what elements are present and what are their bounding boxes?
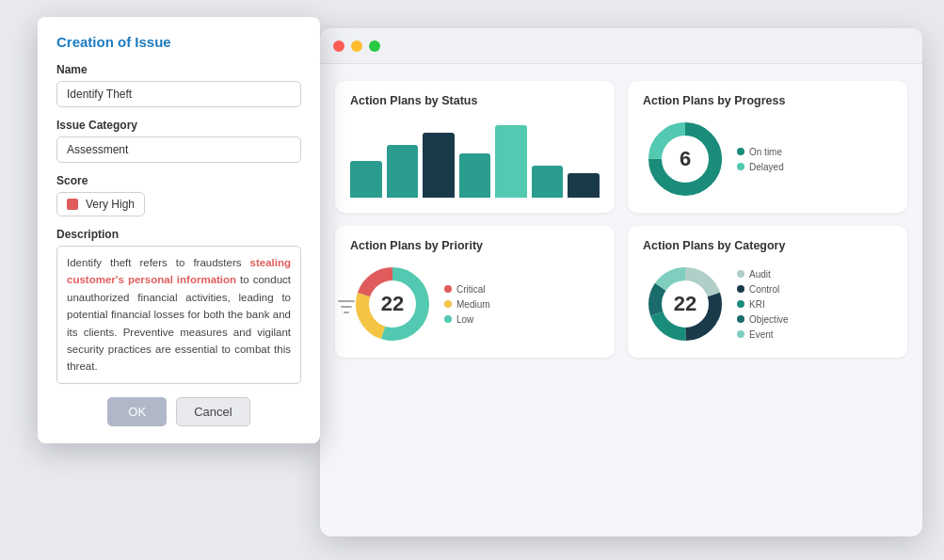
chart-action-plans-priority: Action Plans by Priority 22 <box>335 226 615 358</box>
event-dot <box>737 330 744 338</box>
category-input[interactable] <box>56 136 301 163</box>
browser-titlebar <box>320 28 922 64</box>
minimize-button-dot[interactable] <box>351 40 362 52</box>
name-input[interactable] <box>56 81 301 107</box>
chart4-title: Action Plans by Category <box>643 239 892 252</box>
priority-donut-wrap: 22 Critical Medium Low <box>350 262 600 346</box>
low-dot <box>444 315 452 323</box>
score-field: Very High <box>56 192 145 216</box>
ontime-label: On time <box>749 147 782 157</box>
audit-dot <box>737 270 744 278</box>
bar-2 <box>387 145 419 198</box>
legend-kri: KRI <box>737 299 789 310</box>
priority-legend: Critical Medium Low <box>444 284 490 325</box>
chart3-title: Action Plans by Priority <box>350 239 600 252</box>
dialog-buttons: OK Cancel <box>56 397 301 426</box>
control-label: Control <box>749 284 779 295</box>
cancel-button[interactable]: Cancel <box>176 397 249 426</box>
bar-4 <box>459 153 491 198</box>
score-label: Score <box>56 174 301 187</box>
objective-dot <box>737 315 744 323</box>
critical-dot <box>444 285 452 293</box>
priority-count: 22 <box>381 292 404 316</box>
bar-6 <box>532 166 564 198</box>
description-text-after: to conduct unauthorized financial activi… <box>67 274 291 372</box>
bar-1 <box>350 161 382 198</box>
delayed-dot <box>737 163 744 170</box>
description-label: Description <box>56 228 301 241</box>
close-button-dot[interactable] <box>333 40 344 52</box>
legend-event: Event <box>737 329 789 340</box>
delayed-label: Delayed <box>749 162 784 172</box>
category-count: 22 <box>674 292 696 316</box>
progress-legend: On time Delayed <box>737 147 784 172</box>
low-label: Low <box>456 314 473 325</box>
score-value: Very High <box>86 198 135 211</box>
progress-donut: 6 <box>643 117 728 201</box>
browser-window: Action Plans by Status Action Plans by P… <box>320 28 922 536</box>
legend-objective: Objective <box>737 314 789 325</box>
name-label: Name <box>56 63 301 76</box>
category-label: Issue Category <box>56 119 301 132</box>
progress-donut-wrap: 6 On time Delayed <box>643 117 892 201</box>
critical-label: Critical <box>456 284 486 295</box>
chart2-title: Action Plans by Progress <box>643 94 892 107</box>
legend-delayed: Delayed <box>737 162 784 172</box>
chart-action-plans-progress: Action Plans by Progress 6 On time <box>628 81 907 213</box>
browser-content: Action Plans by Status Action Plans by P… <box>320 64 922 367</box>
score-color-icon <box>67 199 78 210</box>
category-donut-wrap: 22 Audit Control KRI <box>643 262 892 346</box>
creation-dialog: Creation of Issue Name Issue Category Sc… <box>38 17 320 443</box>
control-dot <box>737 285 744 293</box>
description-box[interactable]: Identify theft refers to fraudsters stea… <box>56 246 301 384</box>
legend-medium: Medium <box>444 299 490 310</box>
filter-icon[interactable] <box>336 296 357 323</box>
legend-ontime: On time <box>737 147 784 157</box>
legend-low: Low <box>444 314 490 325</box>
event-label: Event <box>749 329 774 340</box>
legend-critical: Critical <box>444 284 490 295</box>
category-legend: Audit Control KRI Objective <box>737 269 789 340</box>
progress-count: 6 <box>680 147 691 171</box>
objective-label: Objective <box>749 314 789 325</box>
dialog-title: Creation of Issue <box>56 34 301 50</box>
medium-dot <box>444 300 452 308</box>
bar-3 <box>423 133 455 198</box>
audit-label: Audit <box>749 269 771 280</box>
kri-dot <box>737 300 744 308</box>
legend-audit: Audit <box>737 269 789 280</box>
chart-action-plans-status: Action Plans by Status <box>335 81 615 213</box>
medium-label: Medium <box>456 299 490 310</box>
chart-action-plans-category: Action Plans by Category <box>628 226 907 358</box>
bar-chart <box>350 117 600 201</box>
ok-button[interactable]: OK <box>107 397 167 426</box>
category-donut: 22 <box>643 262 728 346</box>
maximize-button-dot[interactable] <box>369 40 380 52</box>
priority-donut: 22 <box>350 262 435 346</box>
kri-label: KRI <box>749 299 765 310</box>
chart1-title: Action Plans by Status <box>350 94 600 107</box>
description-text-before: Identify theft refers to fraudsters <box>67 257 250 268</box>
bar-7 <box>568 173 600 198</box>
ontime-dot <box>737 148 744 155</box>
legend-control: Control <box>737 284 789 295</box>
bar-5 <box>495 125 527 198</box>
